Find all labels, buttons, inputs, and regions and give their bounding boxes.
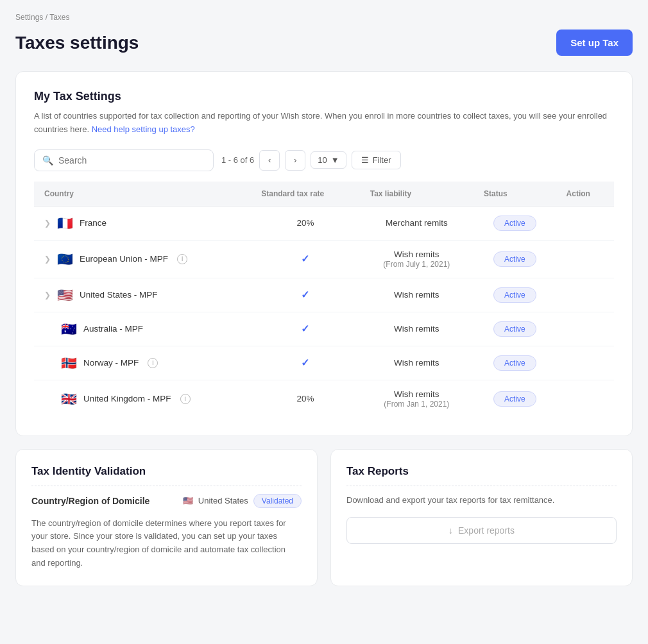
table-toolbar: 🔍 1 - 6 of 6 ‹ › 10 ▼ ☰ Filter	[34, 149, 614, 171]
liability-cell: Wish remits	[360, 312, 473, 346]
col-action: Action	[556, 182, 614, 207]
country-flag: 🇦🇺	[61, 321, 77, 337]
country-flag: 🇺🇸	[57, 287, 73, 303]
info-icon[interactable]: i	[180, 394, 191, 404]
country-flag: 🇪🇺	[57, 251, 73, 267]
col-country: Country	[34, 182, 251, 207]
table-row: ❯🇺🇸United States - MPF✓Wish remitsActive	[34, 278, 614, 312]
status-cell: Active	[473, 240, 556, 278]
country-cell: ❯🇺🇸United States - MPF	[34, 278, 251, 312]
liability-text: Wish remits	[394, 358, 439, 368]
toolbar-right: 1 - 6 of 6 ‹ › 10 ▼ ☰ Filter	[221, 150, 401, 171]
country-flag: 🇫🇷	[57, 216, 73, 231]
setup-tax-button[interactable]: Set up Tax	[556, 30, 633, 56]
tax-rate-value: 20%	[296, 218, 314, 228]
liability-cell: Merchant remits	[360, 206, 473, 240]
validated-badge: Validated	[253, 494, 302, 508]
download-icon: ↓	[448, 525, 453, 536]
country-flag: 🇳🇴	[61, 355, 77, 371]
tax-table: Country Standard tax rate Tax liability …	[34, 182, 614, 418]
tax-settings-card: My Tax Settings A list of countries supp…	[15, 71, 633, 436]
table-row: 🇬🇧United Kingdom - MPFi20%Wish remits(Fr…	[34, 380, 614, 418]
status-cell: Active	[473, 206, 556, 240]
country-cell: ❯🇪🇺European Union - MPFi	[34, 240, 251, 278]
tax-reports-card: Tax Reports Download and export your tax…	[330, 449, 633, 586]
info-icon[interactable]: i	[148, 358, 158, 368]
table-row: ❯🇪🇺European Union - MPFi✓Wish remits(Fro…	[34, 240, 614, 278]
action-cell	[556, 312, 614, 346]
search-box: 🔍	[34, 149, 214, 171]
liability-cell: Wish remits	[360, 346, 473, 380]
tax-rate-cell: ✓	[251, 346, 359, 380]
liability-cell: Wish remits(From July 1, 2021)	[360, 240, 473, 278]
country-cell: 🇦🇺Australia - MPF	[34, 312, 251, 346]
country-cell: ❯🇫🇷France	[34, 206, 251, 240]
tax-settings-title: My Tax Settings	[34, 90, 614, 103]
per-page-selector[interactable]: 10 ▼	[311, 151, 346, 169]
domicile-label: Country/Region of Domicile	[31, 496, 149, 506]
tax-rate-cell: 20%	[251, 380, 359, 418]
action-cell	[556, 380, 614, 418]
tax-identity-card: Tax Identity Validation Country/Region o…	[15, 449, 318, 586]
domicile-row: Country/Region of Domicile 🇺🇸 United Sta…	[31, 494, 302, 508]
check-icon: ✓	[301, 289, 309, 300]
table-row: 🇦🇺Australia - MPF✓Wish remitsActive	[34, 312, 614, 346]
prev-page-button[interactable]: ‹	[259, 150, 280, 171]
country-name: European Union - MPF	[80, 254, 168, 264]
country-cell: 🇳🇴Norway - MPFi	[34, 346, 251, 380]
action-cell	[556, 346, 614, 380]
liability-cell: Wish remits(From Jan 1, 2021)	[360, 380, 473, 418]
status-cell: Active	[473, 312, 556, 346]
liability-text: Wish remits	[394, 389, 439, 399]
chevron-down-icon: ▼	[331, 155, 339, 165]
filter-button[interactable]: ☰ Filter	[352, 151, 401, 169]
status-badge: Active	[493, 216, 536, 231]
liability-text: Merchant remits	[386, 218, 448, 228]
expand-icon[interactable]: ❯	[44, 291, 51, 300]
domicile-value: 🇺🇸 United States Validated	[183, 494, 302, 508]
export-reports-button[interactable]: ↓ Export reports	[346, 517, 617, 544]
tax-rate-cell: ✓	[251, 278, 359, 312]
us-flag: 🇺🇸	[183, 496, 193, 505]
country-name: United Kingdom - MPF	[83, 394, 171, 403]
tax-reports-description: Download and export your tax reports for…	[346, 494, 617, 507]
table-row: ❯🇫🇷France20%Merchant remitsActive	[34, 206, 614, 240]
action-cell	[556, 206, 614, 240]
liability-sub: (From Jan 1, 2021)	[384, 400, 449, 409]
filter-icon: ☰	[361, 155, 369, 165]
country-name: France	[80, 218, 107, 228]
info-icon[interactable]: i	[177, 254, 187, 264]
divider	[31, 486, 302, 486]
tax-reports-title: Tax Reports	[346, 465, 617, 478]
liability-text: Wish remits	[394, 250, 439, 259]
search-icon: 🔍	[42, 155, 53, 165]
liability-sub: (From July 1, 2021)	[383, 260, 450, 269]
bottom-cards: Tax Identity Validation Country/Region o…	[15, 449, 633, 586]
country-flag: 🇬🇧	[61, 391, 77, 407]
divider-2	[346, 486, 617, 486]
tax-rate-value: 20%	[296, 394, 314, 403]
table-row: 🇳🇴Norway - MPFi✓Wish remitsActive	[34, 346, 614, 380]
tax-settings-description: A list of countries supported for tax co…	[34, 110, 614, 137]
country-name: Norway - MPF	[83, 358, 139, 368]
breadcrumb: Settings / Taxes	[15, 13, 633, 22]
next-page-button[interactable]: ›	[285, 150, 305, 171]
status-cell: Active	[473, 278, 556, 312]
action-cell	[556, 240, 614, 278]
liability-cell: Wish remits	[360, 278, 473, 312]
status-badge: Active	[493, 287, 536, 303]
domicile-country: United States	[198, 496, 248, 505]
col-status: Status	[473, 182, 556, 207]
check-icon: ✓	[301, 323, 309, 334]
table-header-row: Country Standard tax rate Tax liability …	[34, 182, 614, 207]
tax-rate-cell: 20%	[251, 206, 359, 240]
search-input[interactable]	[58, 155, 205, 165]
expand-icon[interactable]: ❯	[44, 219, 51, 228]
domicile-description: The country/region of domicile determine…	[31, 517, 302, 570]
status-cell: Active	[473, 380, 556, 418]
expand-icon[interactable]: ❯	[44, 255, 51, 264]
pagination-info: 1 - 6 of 6	[221, 155, 254, 165]
liability-text: Wish remits	[394, 324, 439, 334]
help-link[interactable]: Need help setting up taxes?	[92, 124, 195, 134]
country-cell: 🇬🇧United Kingdom - MPFi	[34, 380, 251, 418]
